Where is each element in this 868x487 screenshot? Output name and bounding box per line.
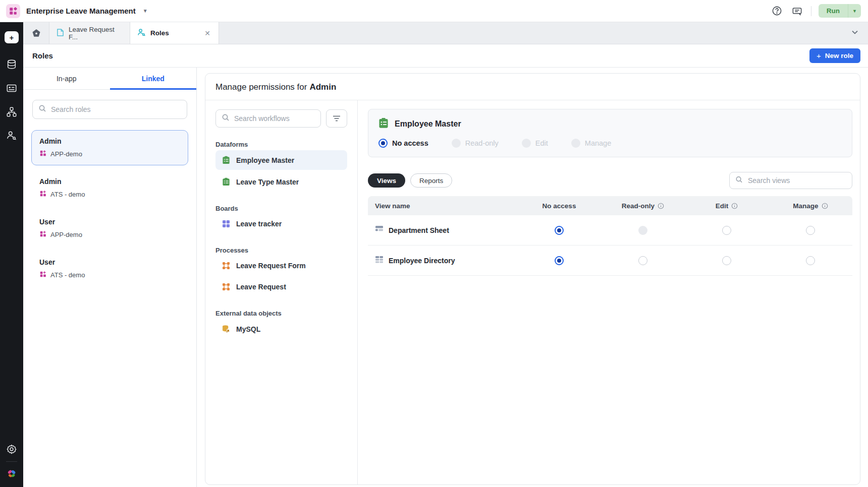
- run-options-caret-icon[interactable]: ▼: [848, 4, 861, 18]
- access-level-radio-group: No access Read-only Edit: [378, 139, 842, 148]
- plus-icon: +: [817, 51, 821, 60]
- workflow-access-title: Employee Master: [395, 119, 461, 129]
- workflow-item-label: Leave Request Form: [236, 262, 306, 270]
- column-view-name: View name: [375, 202, 410, 210]
- radio-no-access-selected[interactable]: [555, 256, 564, 265]
- role-card-admin-ats-demo[interactable]: Admin ATS - demo: [31, 170, 188, 206]
- roles-panel: In-app Linked Admin: [23, 68, 197, 487]
- tab-linked[interactable]: Linked: [110, 68, 197, 89]
- workflow-item-leave-type-master[interactable]: Leave Type Master: [215, 172, 347, 192]
- column-read-only: Read-only: [622, 202, 655, 210]
- radio-manage[interactable]: [806, 256, 815, 265]
- tab-overflow-chevron-icon[interactable]: [851, 28, 859, 38]
- radio-no-access-selected[interactable]: [555, 226, 564, 235]
- section-label-processes: Processes: [215, 247, 347, 254]
- role-card-user-ats-demo[interactable]: User ATS - demo: [31, 251, 188, 286]
- radio-read-only[interactable]: [638, 256, 647, 265]
- role-name: User: [39, 258, 180, 266]
- app-logo-icon: [6, 4, 20, 18]
- app-glyph-icon: [39, 190, 46, 199]
- flows-nav-icon[interactable]: [5, 106, 19, 118]
- tab-bar: Leave Request F... Roles ✕: [23, 22, 868, 44]
- radio-selected-icon[interactable]: [378, 139, 388, 148]
- tab-roles[interactable]: Roles ✕: [130, 22, 219, 44]
- workflow-item-leave-request[interactable]: Leave Request: [215, 277, 347, 296]
- permissions-heading-role: Admin: [309, 82, 336, 92]
- create-new-button[interactable]: +: [5, 31, 19, 43]
- page-title: Roles: [32, 51, 53, 60]
- search-views-input[interactable]: [729, 172, 852, 189]
- workflow-item-leave-tracker[interactable]: Leave tracker: [215, 214, 347, 233]
- role-app-label: APP-demo: [50, 150, 82, 158]
- home-tab-button[interactable]: [23, 22, 49, 44]
- run-button-label: Run: [819, 4, 848, 18]
- radio-edit[interactable]: [722, 256, 731, 265]
- access-option-manage: Manage: [571, 139, 611, 148]
- role-card-user-app-demo[interactable]: User APP-demo: [31, 211, 188, 246]
- workflow-item-label: Leave Request: [236, 283, 286, 291]
- tab-leave-request-form[interactable]: Leave Request F...: [49, 22, 130, 44]
- process-icon: [222, 262, 230, 270]
- search-icon: [735, 176, 743, 186]
- info-icon[interactable]: [822, 203, 828, 209]
- roles-panel-tabs: In-app Linked: [23, 68, 196, 90]
- workflow-item-label: Employee Master: [236, 156, 294, 164]
- close-tab-icon[interactable]: ✕: [203, 28, 211, 38]
- search-workflows-input[interactable]: [215, 109, 321, 128]
- access-option-edit: Edit: [522, 139, 548, 148]
- tab-label: Roles: [150, 29, 169, 37]
- workflow-item-mysql[interactable]: MySQL: [215, 319, 347, 339]
- column-edit: Edit: [716, 202, 729, 210]
- permissions-card: Manage permissions forAdmin: [205, 73, 860, 485]
- role-card-admin-app-demo[interactable]: Admin APP-demo: [31, 130, 188, 165]
- forms-nav-icon[interactable]: [5, 82, 19, 94]
- toggle-reports[interactable]: Reports: [410, 173, 452, 188]
- workflow-item-leave-request-form[interactable]: Leave Request Form: [215, 256, 347, 275]
- workflow-item-label: Leave tracker: [236, 220, 282, 228]
- view-name: Employee Directory: [389, 257, 455, 265]
- role-name: User: [39, 218, 180, 226]
- workflow-item-employee-master[interactable]: Employee Master: [215, 150, 347, 170]
- process-icon: [222, 283, 230, 291]
- new-role-button[interactable]: + New role: [809, 48, 860, 63]
- role-app-label: ATS - demo: [50, 271, 85, 279]
- workflow-item-label: Leave Type Master: [236, 178, 299, 186]
- role-name: Admin: [39, 177, 180, 186]
- radio-edit[interactable]: [722, 226, 731, 235]
- workflow-access-card: Employee Master No access: [368, 109, 852, 157]
- tab-label: Leave Request F...: [69, 26, 123, 41]
- filter-button[interactable]: [326, 109, 347, 128]
- board-icon: [222, 220, 230, 228]
- permissions-area: Manage permissions forAdmin: [197, 68, 868, 487]
- role-app-label: APP-demo: [50, 231, 82, 238]
- app-glyph-icon: [39, 150, 46, 158]
- info-icon[interactable]: [731, 203, 738, 209]
- info-icon[interactable]: [658, 203, 664, 209]
- settings-gear-icon[interactable]: [5, 443, 19, 455]
- roles-nav-icon[interactable]: [5, 130, 19, 142]
- app-title: Enterprise Leave Management: [26, 7, 136, 15]
- role-name: Admin: [39, 137, 180, 145]
- table-row-department-sheet: Department Sheet: [368, 215, 852, 246]
- dataforms-nav-icon[interactable]: [5, 58, 19, 71]
- table-row-employee-directory: Employee Directory: [368, 246, 852, 276]
- app-switcher-caret-icon[interactable]: ▼: [143, 8, 148, 14]
- help-button[interactable]: [771, 5, 784, 18]
- app-glyph-icon: [39, 271, 46, 279]
- mysql-icon: [222, 325, 230, 333]
- toggle-views[interactable]: Views: [368, 173, 405, 188]
- run-button[interactable]: Run ▼: [819, 4, 861, 18]
- top-bar: Enterprise Leave Management ▼ Run ▼: [0, 0, 868, 22]
- tab-in-app[interactable]: In-app: [23, 68, 110, 89]
- radio-disabled-icon: [571, 139, 580, 148]
- role-person-icon: [137, 28, 146, 38]
- access-option-no-access[interactable]: No access: [378, 139, 428, 148]
- radio-manage[interactable]: [806, 226, 815, 235]
- feedback-button[interactable]: [791, 5, 804, 18]
- left-rail: +: [0, 22, 23, 487]
- access-option-read-only: Read-only: [452, 139, 499, 148]
- search-roles-input[interactable]: [32, 100, 187, 119]
- dataform-icon: [378, 117, 389, 131]
- radio-disabled-icon: [452, 139, 461, 148]
- dataform-icon: [222, 156, 230, 164]
